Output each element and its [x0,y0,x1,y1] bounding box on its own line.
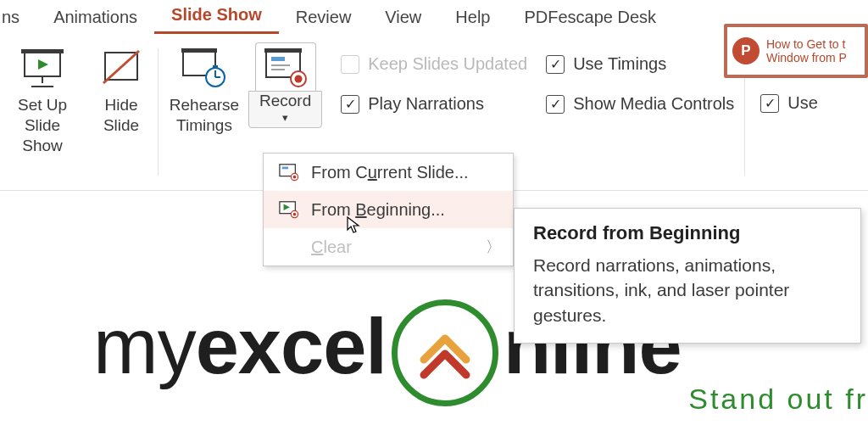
checks-col-2: ✓ Use Timings ✓ Show Media Controls [534,34,741,114]
hide-slide-button[interactable]: HideSlide [88,34,154,136]
from-beginning-icon [279,199,299,220]
hide-slide-icon [97,44,145,92]
svg-point-19 [294,75,302,83]
related-video-card[interactable]: P How to Get to tWindow from P [724,24,868,78]
tooltip-body: Record narrations, animations, transitio… [533,253,843,327]
menu-from-beginning-label: From Beginning... [311,200,445,220]
tab-slide-show[interactable]: Slide Show [154,0,279,34]
use-timings-check[interactable]: ✓ Use Timings [546,54,734,74]
chevron-right-icon: 〉 [486,237,501,257]
svg-rect-1 [21,49,64,53]
record-button-dropdown[interactable]: Record ▾ [248,91,322,128]
brand-my: my [93,302,196,391]
record-icon [264,48,307,91]
tab-animations[interactable]: Animations [36,3,154,34]
menu-clear-label: Clear [311,238,352,257]
play-narrations-label: Play Narrations [368,94,484,114]
menu-clear: Clear 〉 [264,228,513,266]
tab-pdfescape[interactable]: PDFescape Desk [507,3,673,34]
svg-rect-10 [213,65,218,68]
checks-col-1: Keep Slides Updated ✓ Play Narrations [324,34,534,114]
record-dropdown-menu: From Current Slide... From Beginning... … [263,153,514,266]
setup-slideshow-label: Set UpSlide Show [3,95,81,155]
svg-rect-14 [264,48,302,53]
brand-circle-icon [392,299,498,406]
tab-partial-left[interactable]: ns [0,3,36,34]
checkbox-checked-icon: ✓ [546,55,565,74]
keep-slides-updated-label: Keep Slides Updated [368,54,527,74]
rehearse-timings-label: RehearseTimings [170,95,239,136]
chevron-down-icon: ▾ [282,111,288,125]
play-narrations-check[interactable]: ✓ Play Narrations [341,94,527,114]
svg-rect-21 [282,167,288,170]
checkbox-checked-icon: ✓ [546,95,565,114]
tab-review[interactable]: Review [279,3,369,34]
hide-slide-label: HideSlide [103,95,139,136]
rehearse-timings-button[interactable]: RehearseTimings [162,34,247,136]
tooltip-title: Record from Beginning [533,222,843,244]
checkbox-checked-icon: ✓ [760,94,779,113]
tab-help[interactable]: Help [438,3,507,34]
record-label: Record [259,92,311,111]
blank-icon [279,237,299,257]
svg-rect-8 [181,48,217,53]
separator [158,48,159,176]
record-split-button[interactable]: Record ▾ [248,42,322,128]
svg-point-27 [293,213,297,216]
menu-from-current-slide[interactable]: From Current Slide... [264,154,513,191]
use-presenter-check[interactable]: ✓ Use [760,93,818,113]
show-media-controls-check[interactable]: ✓ Show Media Controls [546,94,734,114]
show-media-controls-label: Show Media Controls [573,94,734,114]
use-timings-label: Use Timings [573,54,666,74]
keep-slides-updated-check: Keep Slides Updated [341,54,527,74]
setup-slideshow-button[interactable]: Set UpSlide Show [0,34,88,155]
tooltip: Record from Beginning Record narrations,… [514,208,861,344]
checkbox-icon [341,55,359,74]
svg-point-23 [293,176,297,179]
menu-from-beginning[interactable]: From Beginning... [264,191,513,228]
related-video-text: How to Get to tWindow from P [766,37,847,64]
svg-rect-15 [271,57,285,61]
use-presenter-label: Use [787,93,818,113]
powerpoint-app-icon: P [732,37,760,64]
checkbox-checked-icon: ✓ [341,95,359,114]
presentation-screen-icon [19,44,66,92]
brand-tagline: Stand out fr [688,383,868,416]
rehearse-timings-icon [181,44,228,92]
from-current-slide-icon [279,162,299,182]
menu-from-current-label: From Current Slide... [311,163,469,182]
tab-view[interactable]: View [368,3,438,34]
record-button-top[interactable] [255,42,316,91]
brand-excel: excel [196,302,387,391]
